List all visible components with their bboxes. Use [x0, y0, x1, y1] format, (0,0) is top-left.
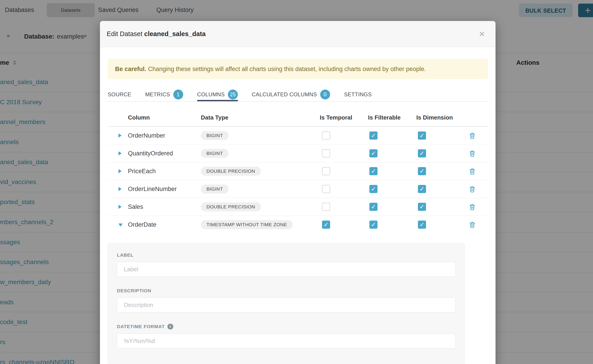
checkbox-is-dimension[interactable]: ✓: [418, 185, 426, 193]
column-name: OrderLineNumber: [128, 180, 177, 198]
description-input[interactable]: [117, 298, 455, 312]
data-type-badge: DOUBLE PRECISION: [201, 202, 261, 211]
tab-count-badge: 1: [173, 90, 183, 99]
data-type-badge: TIMESTAMP WITHOUT TIME ZONE: [201, 220, 293, 229]
column-row: OrderDateTIMESTAMP WITHOUT TIME ZONE✓✓✓: [108, 216, 488, 234]
check-icon: ✓: [371, 132, 376, 139]
check-icon: ✓: [323, 221, 329, 228]
warning-bold: Be careful.: [115, 66, 146, 72]
tab-columns[interactable]: COLUMNS25: [197, 88, 238, 101]
tab-settings[interactable]: SETTINGS: [344, 88, 372, 101]
caret-right-icon[interactable]: [119, 187, 122, 191]
column-name: Sales: [128, 198, 143, 216]
checkbox-is-filterable[interactable]: ✓: [369, 149, 377, 157]
caret-down-icon[interactable]: [119, 223, 123, 227]
checkbox-is-dimension[interactable]: ✓: [418, 221, 426, 229]
modal-tabs: SOURCEMETRICS1COLUMNS25CALCULATED COLUMN…: [108, 88, 488, 102]
tab-count-badge: 0: [320, 90, 330, 99]
check-icon: ✓: [371, 203, 376, 210]
check-icon: ✓: [371, 221, 376, 228]
checkbox-is-filterable[interactable]: ✓: [369, 203, 377, 211]
data-type-badge: BIGINT: [201, 131, 229, 140]
warning-text: Changing these settings will affect all …: [148, 66, 426, 72]
data-type-badge: BIGINT: [201, 184, 229, 194]
datetime-format-field-label: DATETIME FORMAT i: [117, 324, 455, 330]
checkbox-is-filterable[interactable]: ✓: [369, 131, 377, 140]
column-name: QuantityOrdered: [128, 144, 173, 162]
caret-right-icon[interactable]: [119, 151, 122, 155]
column-row: OrderNumberBIGINT✓✓: [108, 127, 488, 144]
checkbox-is-temporal[interactable]: [322, 185, 330, 193]
modal-body: Be careful.Changing these settings will …: [100, 59, 495, 364]
checkbox-is-dimension[interactable]: ✓: [418, 203, 426, 211]
modal-title: Edit Dataset cleaned_sales_data: [107, 21, 206, 47]
column-name: PriceEach: [128, 162, 156, 180]
screen: DatabasesDatasetsSaved QueriesQuery Hist…: [0, 0, 593, 364]
tab-metrics[interactable]: METRICS1: [145, 88, 183, 101]
checkbox-is-temporal[interactable]: [322, 131, 330, 140]
dataset-name: cleaned_sales_data: [144, 30, 205, 38]
caret-right-icon[interactable]: [119, 134, 122, 137]
columns-table: Column Data Type Is Temporal Is Filterab…: [108, 109, 488, 234]
header-is-dimension: Is Dimension: [416, 109, 453, 126]
header-is-temporal: Is Temporal: [320, 109, 352, 126]
column-row: OrderLineNumberBIGINT✓✓: [108, 180, 488, 198]
column-row: SalesDOUBLE PRECISION✓✓: [108, 198, 488, 216]
checkbox-is-filterable[interactable]: ✓: [369, 167, 377, 175]
header-is-filterable: Is Filterable: [368, 109, 401, 126]
modal-header: Edit Dataset cleaned_sales_data ✕: [100, 21, 495, 47]
check-icon: ✓: [420, 186, 425, 192]
checkbox-is-dimension[interactable]: ✓: [418, 167, 426, 175]
caret-right-icon[interactable]: [119, 169, 122, 173]
trash-icon[interactable]: [469, 221, 476, 228]
check-icon: ✓: [420, 150, 425, 157]
column-name: OrderDate: [128, 216, 156, 234]
checkbox-is-temporal[interactable]: [322, 203, 330, 211]
column-row: QuantityOrderedBIGINT✓✓: [108, 144, 488, 162]
close-icon[interactable]: ✕: [477, 21, 487, 47]
check-icon: ✓: [420, 132, 425, 139]
data-type-badge: BIGINT: [201, 149, 229, 158]
checkbox-is-filterable[interactable]: ✓: [369, 221, 377, 229]
column-name: OrderNumber: [128, 127, 165, 144]
tab-source[interactable]: SOURCE: [108, 88, 131, 101]
tab-calculated-columns[interactable]: CALCULATED COLUMNS0: [252, 88, 330, 101]
data-type-badge: DOUBLE PRECISION: [201, 167, 261, 176]
info-icon[interactable]: i: [167, 324, 173, 330]
checkbox-is-temporal[interactable]: [322, 167, 330, 175]
checkbox-is-temporal[interactable]: ✓: [322, 221, 330, 229]
header-column: Column: [128, 109, 150, 126]
checkbox-is-temporal[interactable]: [322, 149, 330, 157]
trash-icon[interactable]: [469, 132, 476, 139]
label-field-label: LABEL: [117, 252, 455, 258]
modal-title-prefix: Edit Dataset: [107, 30, 142, 38]
checkbox-is-filterable[interactable]: ✓: [369, 185, 377, 193]
checkbox-is-dimension[interactable]: ✓: [418, 131, 426, 140]
caret-right-icon[interactable]: [119, 205, 122, 209]
check-icon: ✓: [420, 221, 425, 228]
check-icon: ✓: [371, 168, 376, 175]
check-icon: ✓: [371, 150, 376, 157]
trash-icon[interactable]: [469, 168, 476, 175]
checkbox-is-dimension[interactable]: ✓: [418, 149, 426, 157]
trash-icon[interactable]: [469, 150, 476, 157]
datetime-format-input[interactable]: [117, 334, 455, 348]
trash-icon[interactable]: [469, 185, 476, 193]
check-icon: ✓: [371, 186, 376, 192]
columns-table-header: Column Data Type Is Temporal Is Filterab…: [108, 109, 488, 127]
check-icon: ✓: [420, 168, 425, 175]
check-icon: ✓: [420, 203, 425, 210]
column-row: PriceEachDOUBLE PRECISION✓✓: [108, 162, 488, 180]
warning-banner: Be careful.Changing these settings will …: [108, 59, 488, 79]
label-input[interactable]: [117, 262, 455, 277]
tab-count-badge: 25: [228, 90, 238, 99]
trash-icon[interactable]: [469, 203, 476, 210]
header-data-type: Data Type: [201, 109, 228, 126]
column-detail-panel: LABEL DESCRIPTION DATETIME FORMAT i: [108, 243, 465, 364]
description-field-label: DESCRIPTION: [117, 288, 455, 293]
edit-dataset-modal: Edit Dataset cleaned_sales_data ✕ Be car…: [100, 21, 495, 364]
